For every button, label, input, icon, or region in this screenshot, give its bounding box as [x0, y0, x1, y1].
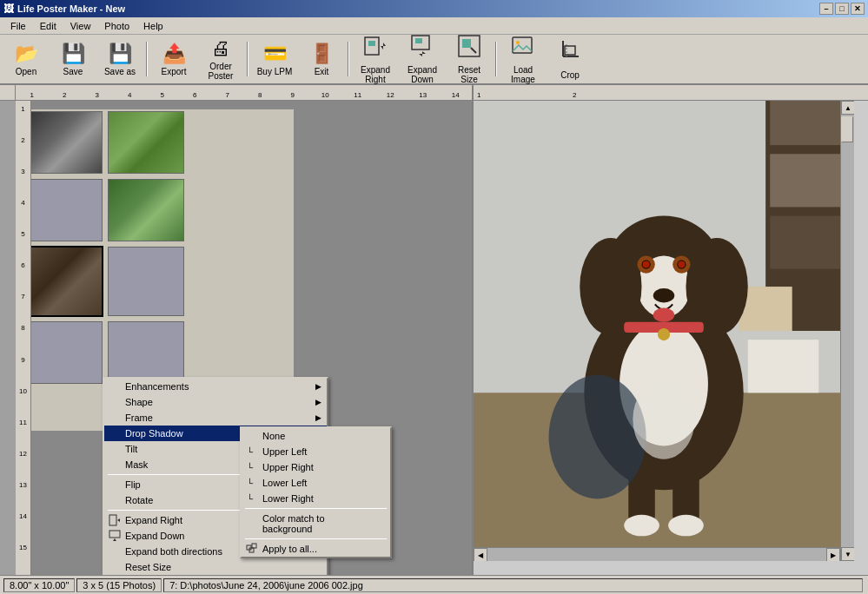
- svg-rect-8: [513, 37, 532, 53]
- exit-button[interactable]: 🚪 Exit: [299, 36, 344, 82]
- ctx-enhancements[interactable]: Enhancements: [104, 379, 327, 394]
- svg-rect-29: [748, 340, 818, 393]
- close-button[interactable]: ✕: [851, 3, 865, 15]
- ctx-shape[interactable]: Shape: [104, 394, 327, 410]
- loadimage-label: Load Image: [503, 65, 543, 84]
- menu-file[interactable]: File: [3, 19, 33, 33]
- ctx-shadow-upperright[interactable]: └ Upper Right: [242, 459, 390, 475]
- expandright-icon: [363, 34, 388, 63]
- toolbar: 📂 Open 💾 Save 💾 Save as 📤 Export 🖨 Order…: [0, 35, 868, 85]
- photo-cell-3[interactable]: [26, 179, 103, 241]
- svg-rect-20: [252, 544, 256, 548]
- photo-cell-6[interactable]: [108, 247, 184, 316]
- status-size: 8.00" x 10.00": [3, 578, 75, 592]
- applyall-icon: [245, 542, 259, 556]
- buylpm-button[interactable]: 💳 Buy LPM: [252, 36, 297, 82]
- svg-point-34: [580, 238, 641, 335]
- right-panel: 1 2: [474, 85, 868, 575]
- svg-rect-26: [770, 154, 850, 207]
- scroll-thumb-v[interactable]: [841, 116, 853, 142]
- expanddown-button[interactable]: Expand Down: [400, 36, 445, 82]
- ctx-shadow-upperleft[interactable]: └ Upper Left: [242, 444, 390, 459]
- scrollbar-horizontal-right[interactable]: ◀ ▶: [474, 547, 840, 561]
- export-button[interactable]: 📤 Export: [151, 36, 196, 82]
- window-controls: – □ ✕: [819, 3, 865, 15]
- maximize-button[interactable]: □: [835, 3, 849, 15]
- scroll-down-button[interactable]: ▼: [841, 547, 854, 561]
- titlebar: 🖼 Life Poster Maker - New – □ ✕: [0, 0, 868, 17]
- save-button[interactable]: 💾 Save: [50, 36, 96, 82]
- ruler-horizontal: 1 2 3 4 5 6 7 8 9 10 11 12 13 14: [0, 85, 472, 101]
- menu-photo[interactable]: Photo: [97, 19, 136, 33]
- svg-rect-4: [415, 38, 422, 43]
- right-ruler-h: 1 2: [474, 85, 868, 101]
- status-grid: 3 x 5 (15 Photos): [76, 578, 162, 592]
- left-panel: 1 2 3 4 5 6 7 8 9 10 11 12 13 14 1: [0, 85, 474, 575]
- svg-rect-7: [462, 39, 471, 48]
- ctx-resetsize[interactable]: Reset Size: [104, 559, 327, 575]
- ctx-frame[interactable]: Frame: [104, 410, 327, 426]
- svg-point-42: [653, 288, 674, 302]
- ctx-shadow-lowerleft[interactable]: └ Lower Left: [242, 475, 390, 491]
- order-button[interactable]: 🖨 Order Poster: [198, 36, 243, 82]
- toolbar-sep-4: [495, 42, 497, 76]
- menu-view[interactable]: View: [63, 19, 98, 33]
- photo-cell-2[interactable]: [108, 111, 184, 174]
- toolbar-sep-2: [247, 42, 248, 76]
- svg-point-41: [678, 261, 685, 268]
- ruler-vertical: 1 2 3 4 5 6 7 8 9 10 11 12 13 14 15: [16, 101, 31, 575]
- photo-cell-8[interactable]: [108, 321, 184, 384]
- app-title: Life Poster Maker - New: [17, 3, 819, 14]
- photo-cell-4[interactable]: [108, 179, 184, 241]
- ctx-shadow-colormatch[interactable]: Color match to background: [242, 511, 390, 537]
- svg-marker-5: [419, 51, 426, 56]
- svg-point-9: [516, 41, 520, 44]
- export-icon: 📤: [162, 43, 186, 65]
- expandright-ctx-icon: [108, 513, 122, 527]
- dog-image: [474, 101, 854, 561]
- scroll-left-button[interactable]: ◀: [474, 548, 487, 561]
- exit-label: Exit: [315, 67, 329, 76]
- scroll-track-v[interactable]: [841, 115, 854, 547]
- photo-cell-1[interactable]: [26, 111, 103, 174]
- minimize-button[interactable]: –: [819, 3, 833, 15]
- scroll-up-button[interactable]: ▲: [841, 101, 854, 115]
- saveas-button[interactable]: 💾 Save as: [97, 36, 142, 82]
- svg-point-45: [658, 328, 670, 340]
- export-label: Export: [162, 67, 187, 76]
- svg-point-51: [633, 380, 694, 459]
- open-icon: 📂: [15, 43, 38, 65]
- ruler-corner: [0, 85, 16, 101]
- svg-rect-47: [673, 455, 699, 525]
- resetsize-button[interactable]: Reset Size: [447, 36, 492, 82]
- svg-point-50: [549, 375, 646, 499]
- resetsize-label: Reset Size: [449, 65, 489, 84]
- buylpm-icon: 💳: [263, 43, 287, 65]
- ctx-shadow-sep2: [245, 538, 387, 539]
- svg-rect-27: [770, 216, 850, 269]
- crop-button[interactable]: Crop: [547, 36, 593, 82]
- scrollbar-vertical-right[interactable]: ▲ ▼: [840, 101, 854, 561]
- ctx-shadow-none[interactable]: None: [242, 428, 390, 444]
- canvas-area[interactable]: 1 2 3 4 5 6 7 8 9 10 11 12 13 14 15: [16, 101, 472, 575]
- open-button[interactable]: 📂 Open: [3, 36, 49, 82]
- ctx-shadow-applyall[interactable]: Apply to all...: [242, 541, 390, 557]
- scroll-track-h[interactable]: [487, 548, 826, 561]
- expandright-label: Expand Right: [355, 65, 395, 84]
- photo-cell-5[interactable]: [26, 247, 103, 316]
- photo-cell-7[interactable]: [26, 321, 103, 384]
- resetsize-icon: [457, 34, 481, 63]
- ctx-shadow-lowerright[interactable]: └ Lower Right: [242, 491, 390, 506]
- scroll-right-button[interactable]: ▶: [826, 548, 840, 561]
- save-icon: 💾: [62, 43, 85, 65]
- menu-edit[interactable]: Edit: [33, 19, 63, 33]
- menu-help[interactable]: Help: [136, 19, 170, 33]
- loadimage-button[interactable]: Load Image: [500, 36, 546, 82]
- expanddown-icon: [410, 34, 434, 63]
- photo-preview: ▲ ▼ ◀ ▶: [474, 101, 854, 561]
- svg-marker-17: [113, 538, 116, 541]
- toolbar-sep-3: [348, 42, 349, 76]
- expandright-button[interactable]: Expand Right: [353, 36, 398, 82]
- save-label: Save: [63, 67, 83, 76]
- statusbar: 8.00" x 10.00" 3 x 5 (15 Photos) 7: D:\p…: [0, 575, 868, 594]
